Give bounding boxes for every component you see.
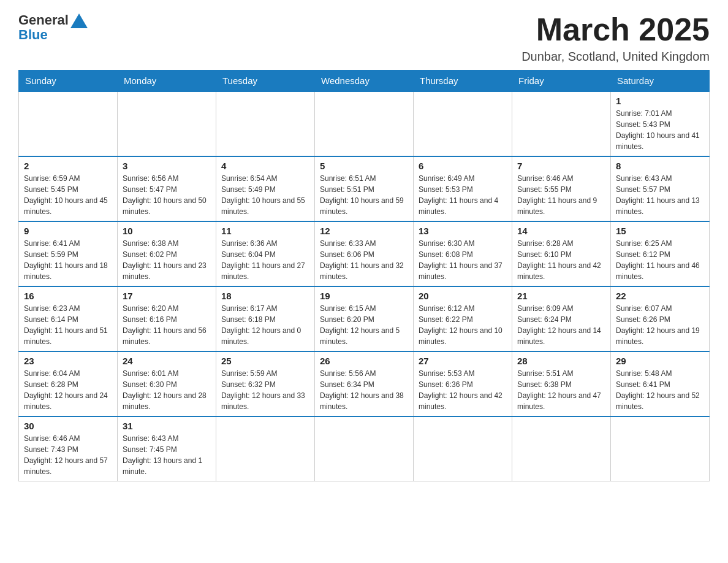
- calendar-cell: 31Sunrise: 6:43 AM Sunset: 7:45 PM Dayli…: [118, 416, 216, 481]
- day-info: Sunrise: 6:36 AM Sunset: 6:04 PM Dayligh…: [221, 238, 309, 282]
- day-info: Sunrise: 6:04 AM Sunset: 6:28 PM Dayligh…: [24, 368, 112, 412]
- day-info: Sunrise: 6:07 AM Sunset: 6:26 PM Dayligh…: [616, 303, 704, 347]
- day-number: 30: [24, 421, 112, 431]
- day-number: 2: [24, 161, 112, 171]
- calendar-cell: 4Sunrise: 6:54 AM Sunset: 5:49 PM Daylig…: [216, 156, 315, 221]
- calendar-week-row: 1Sunrise: 7:01 AM Sunset: 5:43 PM Daylig…: [19, 91, 710, 156]
- calendar-cell: 25Sunrise: 5:59 AM Sunset: 6:32 PM Dayli…: [216, 351, 315, 416]
- day-info: Sunrise: 6:43 AM Sunset: 7:45 PM Dayligh…: [123, 433, 211, 477]
- day-number: 29: [616, 356, 704, 366]
- calendar-cell: 9Sunrise: 6:41 AM Sunset: 5:59 PM Daylig…: [19, 221, 118, 286]
- day-info: Sunrise: 6:09 AM Sunset: 6:24 PM Dayligh…: [517, 303, 605, 347]
- day-number: 22: [616, 291, 704, 301]
- day-info: Sunrise: 6:51 AM Sunset: 5:51 PM Dayligh…: [320, 173, 408, 217]
- day-info: Sunrise: 6:25 AM Sunset: 6:12 PM Dayligh…: [616, 238, 704, 282]
- title-section: March 2025 Dunbar, Scotland, United King…: [521, 12, 710, 64]
- day-number: 26: [320, 356, 408, 366]
- day-info: Sunrise: 6:54 AM Sunset: 5:49 PM Dayligh…: [221, 173, 309, 217]
- day-info: Sunrise: 6:33 AM Sunset: 6:06 PM Dayligh…: [320, 238, 408, 282]
- month-title: March 2025: [521, 12, 710, 47]
- day-info: Sunrise: 5:56 AM Sunset: 6:34 PM Dayligh…: [320, 368, 408, 412]
- day-number: 19: [320, 291, 408, 301]
- calendar-cell: 13Sunrise: 6:30 AM Sunset: 6:08 PM Dayli…: [414, 221, 512, 286]
- calendar-cell: 21Sunrise: 6:09 AM Sunset: 6:24 PM Dayli…: [512, 286, 611, 351]
- day-number: 25: [221, 356, 309, 366]
- day-number: 17: [123, 291, 211, 301]
- day-number: 20: [419, 291, 507, 301]
- day-number: 15: [616, 226, 704, 236]
- day-number: 7: [517, 161, 605, 171]
- day-number: 1: [616, 96, 704, 106]
- weekday-header-saturday: Saturday: [611, 71, 710, 92]
- day-info: Sunrise: 5:51 AM Sunset: 6:38 PM Dayligh…: [517, 368, 605, 412]
- day-info: Sunrise: 6:23 AM Sunset: 6:14 PM Dayligh…: [24, 303, 112, 347]
- day-number: 9: [24, 226, 112, 236]
- day-number: 6: [419, 161, 507, 171]
- day-info: Sunrise: 5:53 AM Sunset: 6:36 PM Dayligh…: [419, 368, 507, 412]
- calendar-cell: [315, 91, 414, 156]
- weekday-header-friday: Friday: [512, 71, 611, 92]
- calendar-cell: [118, 91, 216, 156]
- day-info: Sunrise: 5:48 AM Sunset: 6:41 PM Dayligh…: [616, 368, 704, 412]
- calendar-cell: 2Sunrise: 6:59 AM Sunset: 5:45 PM Daylig…: [19, 156, 118, 221]
- calendar-cell: 1Sunrise: 7:01 AM Sunset: 5:43 PM Daylig…: [611, 91, 710, 156]
- calendar-table: SundayMondayTuesdayWednesdayThursdayFrid…: [18, 70, 710, 481]
- calendar-week-row: 30Sunrise: 6:46 AM Sunset: 7:43 PM Dayli…: [19, 416, 710, 481]
- calendar-week-row: 23Sunrise: 6:04 AM Sunset: 6:28 PM Dayli…: [19, 351, 710, 416]
- day-number: 21: [517, 291, 605, 301]
- calendar-cell: 24Sunrise: 6:01 AM Sunset: 6:30 PM Dayli…: [118, 351, 216, 416]
- day-number: 27: [419, 356, 507, 366]
- day-number: 14: [517, 226, 605, 236]
- day-number: 28: [517, 356, 605, 366]
- calendar-cell: [414, 91, 512, 156]
- location: Dunbar, Scotland, United Kingdom: [521, 50, 710, 64]
- logo-general-text: General: [18, 12, 69, 28]
- day-info: Sunrise: 6:49 AM Sunset: 5:53 PM Dayligh…: [419, 173, 507, 217]
- day-number: 18: [221, 291, 309, 301]
- day-number: 4: [221, 161, 309, 171]
- day-info: Sunrise: 6:41 AM Sunset: 5:59 PM Dayligh…: [24, 238, 112, 282]
- day-number: 12: [320, 226, 408, 236]
- day-info: Sunrise: 6:01 AM Sunset: 6:30 PM Dayligh…: [123, 368, 211, 412]
- calendar-cell: [512, 91, 611, 156]
- calendar-cell: 7Sunrise: 6:46 AM Sunset: 5:55 PM Daylig…: [512, 156, 611, 221]
- weekday-header-wednesday: Wednesday: [315, 71, 414, 92]
- calendar-cell: 14Sunrise: 6:28 AM Sunset: 6:10 PM Dayli…: [512, 221, 611, 286]
- calendar-cell: 3Sunrise: 6:56 AM Sunset: 5:47 PM Daylig…: [118, 156, 216, 221]
- calendar-cell: 6Sunrise: 6:49 AM Sunset: 5:53 PM Daylig…: [414, 156, 512, 221]
- calendar-cell: 12Sunrise: 6:33 AM Sunset: 6:06 PM Dayli…: [315, 221, 414, 286]
- day-number: 11: [221, 226, 309, 236]
- day-number: 8: [616, 161, 704, 171]
- calendar-cell: 22Sunrise: 6:07 AM Sunset: 6:26 PM Dayli…: [611, 286, 710, 351]
- day-number: 23: [24, 356, 112, 366]
- calendar-cell: 23Sunrise: 6:04 AM Sunset: 6:28 PM Dayli…: [19, 351, 118, 416]
- calendar-cell: 15Sunrise: 6:25 AM Sunset: 6:12 PM Dayli…: [611, 221, 710, 286]
- day-number: 3: [123, 161, 211, 171]
- day-number: 16: [24, 291, 112, 301]
- day-info: Sunrise: 6:46 AM Sunset: 5:55 PM Dayligh…: [517, 173, 605, 217]
- calendar-cell: 28Sunrise: 5:51 AM Sunset: 6:38 PM Dayli…: [512, 351, 611, 416]
- day-number: 13: [419, 226, 507, 236]
- calendar-cell: [216, 91, 315, 156]
- calendar-cell: 27Sunrise: 5:53 AM Sunset: 6:36 PM Dayli…: [414, 351, 512, 416]
- calendar-cell: [512, 416, 611, 481]
- calendar-cell: [611, 416, 710, 481]
- day-info: Sunrise: 6:30 AM Sunset: 6:08 PM Dayligh…: [419, 238, 507, 282]
- day-info: Sunrise: 6:20 AM Sunset: 6:16 PM Dayligh…: [123, 303, 211, 347]
- calendar-cell: 19Sunrise: 6:15 AM Sunset: 6:20 PM Dayli…: [315, 286, 414, 351]
- logo-blue-text: Blue: [18, 27, 48, 43]
- day-info: Sunrise: 6:17 AM Sunset: 6:18 PM Dayligh…: [221, 303, 309, 347]
- calendar-cell: 16Sunrise: 6:23 AM Sunset: 6:14 PM Dayli…: [19, 286, 118, 351]
- logo: General Blue: [18, 12, 88, 43]
- weekday-header-row: SundayMondayTuesdayWednesdayThursdayFrid…: [19, 71, 710, 92]
- day-info: Sunrise: 7:01 AM Sunset: 5:43 PM Dayligh…: [616, 108, 704, 152]
- calendar-cell: 29Sunrise: 5:48 AM Sunset: 6:41 PM Dayli…: [611, 351, 710, 416]
- day-info: Sunrise: 6:28 AM Sunset: 6:10 PM Dayligh…: [517, 238, 605, 282]
- calendar-cell: 10Sunrise: 6:38 AM Sunset: 6:02 PM Dayli…: [118, 221, 216, 286]
- weekday-header-thursday: Thursday: [414, 71, 512, 92]
- day-info: Sunrise: 6:38 AM Sunset: 6:02 PM Dayligh…: [123, 238, 211, 282]
- day-info: Sunrise: 5:59 AM Sunset: 6:32 PM Dayligh…: [221, 368, 309, 412]
- calendar-cell: 26Sunrise: 5:56 AM Sunset: 6:34 PM Dayli…: [315, 351, 414, 416]
- calendar-cell: 17Sunrise: 6:20 AM Sunset: 6:16 PM Dayli…: [118, 286, 216, 351]
- page-header: General Blue March 2025 Dunbar, Scotland…: [18, 12, 710, 64]
